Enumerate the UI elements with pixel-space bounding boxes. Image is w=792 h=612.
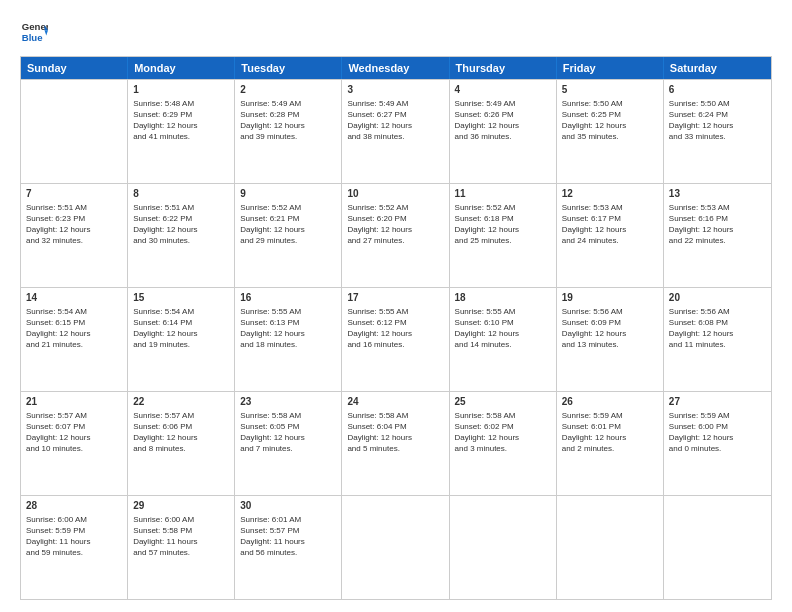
svg-text:General: General [22,21,48,32]
day-number: 1 [133,83,229,97]
day-number: 8 [133,187,229,201]
day-info: Sunrise: 6:01 AM Sunset: 5:57 PM Dayligh… [240,514,336,559]
day-info: Sunrise: 5:53 AM Sunset: 6:17 PM Dayligh… [562,202,658,247]
day-cell-26: 26Sunrise: 5:59 AM Sunset: 6:01 PM Dayli… [557,392,664,495]
day-cell-25: 25Sunrise: 5:58 AM Sunset: 6:02 PM Dayli… [450,392,557,495]
day-cell-7: 7Sunrise: 5:51 AM Sunset: 6:23 PM Daylig… [21,184,128,287]
day-number: 3 [347,83,443,97]
day-info: Sunrise: 5:55 AM Sunset: 6:10 PM Dayligh… [455,306,551,351]
week-row-3: 21Sunrise: 5:57 AM Sunset: 6:07 PM Dayli… [21,391,771,495]
day-cell-6: 6Sunrise: 5:50 AM Sunset: 6:24 PM Daylig… [664,80,771,183]
day-number: 2 [240,83,336,97]
day-number: 24 [347,395,443,409]
day-cell-23: 23Sunrise: 5:58 AM Sunset: 6:05 PM Dayli… [235,392,342,495]
day-info: Sunrise: 5:59 AM Sunset: 6:00 PM Dayligh… [669,410,766,455]
header-day-wednesday: Wednesday [342,57,449,79]
day-number: 23 [240,395,336,409]
day-cell-28: 28Sunrise: 6:00 AM Sunset: 5:59 PM Dayli… [21,496,128,599]
page: General Blue SundayMondayTuesdayWednesda… [0,0,792,612]
day-info: Sunrise: 5:54 AM Sunset: 6:14 PM Dayligh… [133,306,229,351]
day-info: Sunrise: 5:51 AM Sunset: 6:22 PM Dayligh… [133,202,229,247]
day-cell-21: 21Sunrise: 5:57 AM Sunset: 6:07 PM Dayli… [21,392,128,495]
day-number: 28 [26,499,122,513]
header-day-monday: Monday [128,57,235,79]
svg-text:Blue: Blue [22,32,43,43]
day-info: Sunrise: 5:50 AM Sunset: 6:25 PM Dayligh… [562,98,658,143]
day-info: Sunrise: 5:58 AM Sunset: 6:02 PM Dayligh… [455,410,551,455]
calendar-body: 1Sunrise: 5:48 AM Sunset: 6:29 PM Daylig… [21,79,771,599]
day-info: Sunrise: 5:51 AM Sunset: 6:23 PM Dayligh… [26,202,122,247]
day-cell-2: 2Sunrise: 5:49 AM Sunset: 6:28 PM Daylig… [235,80,342,183]
day-cell-14: 14Sunrise: 5:54 AM Sunset: 6:15 PM Dayli… [21,288,128,391]
day-cell-9: 9Sunrise: 5:52 AM Sunset: 6:21 PM Daylig… [235,184,342,287]
day-number: 9 [240,187,336,201]
day-cell-5: 5Sunrise: 5:50 AM Sunset: 6:25 PM Daylig… [557,80,664,183]
day-number: 19 [562,291,658,305]
empty-cell-0-0 [21,80,128,183]
header-day-friday: Friday [557,57,664,79]
day-number: 15 [133,291,229,305]
day-cell-19: 19Sunrise: 5:56 AM Sunset: 6:09 PM Dayli… [557,288,664,391]
week-row-0: 1Sunrise: 5:48 AM Sunset: 6:29 PM Daylig… [21,79,771,183]
day-number: 26 [562,395,658,409]
day-info: Sunrise: 5:56 AM Sunset: 6:09 PM Dayligh… [562,306,658,351]
day-cell-20: 20Sunrise: 5:56 AM Sunset: 6:08 PM Dayli… [664,288,771,391]
day-cell-16: 16Sunrise: 5:55 AM Sunset: 6:13 PM Dayli… [235,288,342,391]
day-info: Sunrise: 5:58 AM Sunset: 6:05 PM Dayligh… [240,410,336,455]
day-info: Sunrise: 5:53 AM Sunset: 6:16 PM Dayligh… [669,202,766,247]
day-number: 14 [26,291,122,305]
day-cell-4: 4Sunrise: 5:49 AM Sunset: 6:26 PM Daylig… [450,80,557,183]
day-number: 5 [562,83,658,97]
day-number: 27 [669,395,766,409]
day-number: 20 [669,291,766,305]
day-info: Sunrise: 5:57 AM Sunset: 6:06 PM Dayligh… [133,410,229,455]
calendar: SundayMondayTuesdayWednesdayThursdayFrid… [20,56,772,600]
empty-cell-4-6 [664,496,771,599]
week-row-2: 14Sunrise: 5:54 AM Sunset: 6:15 PM Dayli… [21,287,771,391]
svg-marker-3 [45,30,49,35]
day-cell-13: 13Sunrise: 5:53 AM Sunset: 6:16 PM Dayli… [664,184,771,287]
calendar-header: SundayMondayTuesdayWednesdayThursdayFrid… [21,57,771,79]
day-cell-8: 8Sunrise: 5:51 AM Sunset: 6:22 PM Daylig… [128,184,235,287]
day-cell-1: 1Sunrise: 5:48 AM Sunset: 6:29 PM Daylig… [128,80,235,183]
day-info: Sunrise: 5:59 AM Sunset: 6:01 PM Dayligh… [562,410,658,455]
day-info: Sunrise: 5:50 AM Sunset: 6:24 PM Dayligh… [669,98,766,143]
day-info: Sunrise: 5:58 AM Sunset: 6:04 PM Dayligh… [347,410,443,455]
day-number: 6 [669,83,766,97]
day-info: Sunrise: 5:55 AM Sunset: 6:12 PM Dayligh… [347,306,443,351]
day-number: 16 [240,291,336,305]
day-number: 30 [240,499,336,513]
day-number: 29 [133,499,229,513]
day-info: Sunrise: 5:48 AM Sunset: 6:29 PM Dayligh… [133,98,229,143]
week-row-1: 7Sunrise: 5:51 AM Sunset: 6:23 PM Daylig… [21,183,771,287]
empty-cell-4-4 [450,496,557,599]
day-info: Sunrise: 5:52 AM Sunset: 6:21 PM Dayligh… [240,202,336,247]
day-cell-18: 18Sunrise: 5:55 AM Sunset: 6:10 PM Dayli… [450,288,557,391]
day-cell-17: 17Sunrise: 5:55 AM Sunset: 6:12 PM Dayli… [342,288,449,391]
header-day-thursday: Thursday [450,57,557,79]
day-number: 22 [133,395,229,409]
day-info: Sunrise: 5:52 AM Sunset: 6:18 PM Dayligh… [455,202,551,247]
day-info: Sunrise: 5:49 AM Sunset: 6:27 PM Dayligh… [347,98,443,143]
day-number: 7 [26,187,122,201]
day-number: 12 [562,187,658,201]
header: General Blue [20,18,772,46]
day-cell-30: 30Sunrise: 6:01 AM Sunset: 5:57 PM Dayli… [235,496,342,599]
day-number: 17 [347,291,443,305]
day-cell-27: 27Sunrise: 5:59 AM Sunset: 6:00 PM Dayli… [664,392,771,495]
day-info: Sunrise: 6:00 AM Sunset: 5:58 PM Dayligh… [133,514,229,559]
day-number: 11 [455,187,551,201]
day-cell-10: 10Sunrise: 5:52 AM Sunset: 6:20 PM Dayli… [342,184,449,287]
day-info: Sunrise: 6:00 AM Sunset: 5:59 PM Dayligh… [26,514,122,559]
day-info: Sunrise: 5:55 AM Sunset: 6:13 PM Dayligh… [240,306,336,351]
day-cell-15: 15Sunrise: 5:54 AM Sunset: 6:14 PM Dayli… [128,288,235,391]
day-number: 13 [669,187,766,201]
day-number: 25 [455,395,551,409]
day-info: Sunrise: 5:56 AM Sunset: 6:08 PM Dayligh… [669,306,766,351]
day-cell-12: 12Sunrise: 5:53 AM Sunset: 6:17 PM Dayli… [557,184,664,287]
empty-cell-4-5 [557,496,664,599]
logo-icon: General Blue [20,18,48,46]
day-number: 10 [347,187,443,201]
day-cell-22: 22Sunrise: 5:57 AM Sunset: 6:06 PM Dayli… [128,392,235,495]
day-cell-29: 29Sunrise: 6:00 AM Sunset: 5:58 PM Dayli… [128,496,235,599]
